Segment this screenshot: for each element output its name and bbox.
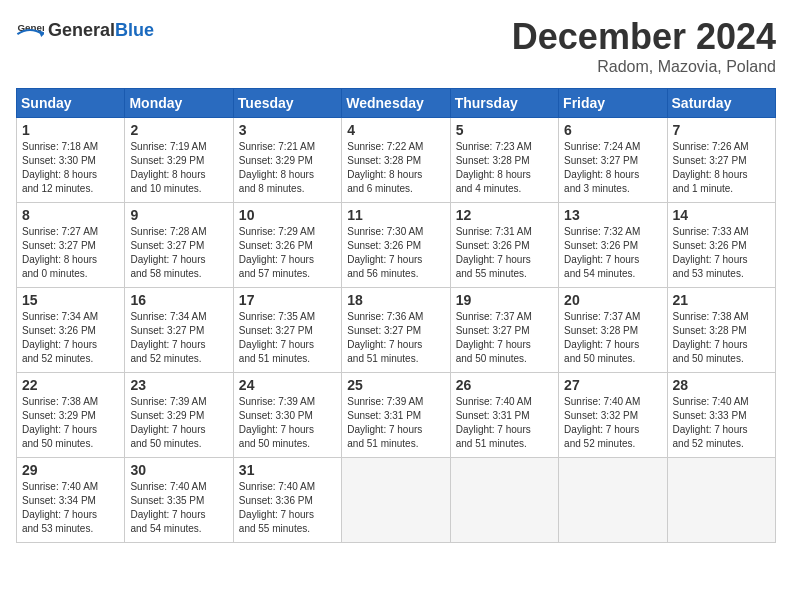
calendar-cell: 10Sunrise: 7:29 AM Sunset: 3:26 PM Dayli… xyxy=(233,203,341,288)
day-number: 16 xyxy=(130,292,227,308)
calendar-cell: 4Sunrise: 7:22 AM Sunset: 3:28 PM Daylig… xyxy=(342,118,450,203)
calendar-cell xyxy=(667,458,775,543)
calendar-cell: 24Sunrise: 7:39 AM Sunset: 3:30 PM Dayli… xyxy=(233,373,341,458)
calendar-cell: 6Sunrise: 7:24 AM Sunset: 3:27 PM Daylig… xyxy=(559,118,667,203)
calendar-cell: 23Sunrise: 7:39 AM Sunset: 3:29 PM Dayli… xyxy=(125,373,233,458)
logo-blue-text: Blue xyxy=(115,20,154,41)
day-number: 27 xyxy=(564,377,661,393)
column-header-sunday: Sunday xyxy=(17,89,125,118)
calendar-cell: 13Sunrise: 7:32 AM Sunset: 3:26 PM Dayli… xyxy=(559,203,667,288)
calendar-cell: 5Sunrise: 7:23 AM Sunset: 3:28 PM Daylig… xyxy=(450,118,558,203)
cell-content: Sunrise: 7:21 AM Sunset: 3:29 PM Dayligh… xyxy=(239,140,336,196)
day-number: 20 xyxy=(564,292,661,308)
cell-content: Sunrise: 7:40 AM Sunset: 3:33 PM Dayligh… xyxy=(673,395,770,451)
cell-content: Sunrise: 7:28 AM Sunset: 3:27 PM Dayligh… xyxy=(130,225,227,281)
calendar-cell: 7Sunrise: 7:26 AM Sunset: 3:27 PM Daylig… xyxy=(667,118,775,203)
cell-content: Sunrise: 7:40 AM Sunset: 3:32 PM Dayligh… xyxy=(564,395,661,451)
cell-content: Sunrise: 7:40 AM Sunset: 3:36 PM Dayligh… xyxy=(239,480,336,536)
column-header-wednesday: Wednesday xyxy=(342,89,450,118)
calendar-table: SundayMondayTuesdayWednesdayThursdayFrid… xyxy=(16,88,776,543)
day-number: 13 xyxy=(564,207,661,223)
day-number: 19 xyxy=(456,292,553,308)
calendar-week-1: 1Sunrise: 7:18 AM Sunset: 3:30 PM Daylig… xyxy=(17,118,776,203)
calendar-cell: 14Sunrise: 7:33 AM Sunset: 3:26 PM Dayli… xyxy=(667,203,775,288)
day-number: 4 xyxy=(347,122,444,138)
day-number: 18 xyxy=(347,292,444,308)
calendar-cell: 9Sunrise: 7:28 AM Sunset: 3:27 PM Daylig… xyxy=(125,203,233,288)
calendar-header-row: SundayMondayTuesdayWednesdayThursdayFrid… xyxy=(17,89,776,118)
cell-content: Sunrise: 7:40 AM Sunset: 3:31 PM Dayligh… xyxy=(456,395,553,451)
title-area: December 2024 Radom, Mazovia, Poland xyxy=(512,16,776,76)
cell-content: Sunrise: 7:40 AM Sunset: 3:34 PM Dayligh… xyxy=(22,480,119,536)
day-number: 2 xyxy=(130,122,227,138)
day-number: 24 xyxy=(239,377,336,393)
calendar-week-3: 15Sunrise: 7:34 AM Sunset: 3:26 PM Dayli… xyxy=(17,288,776,373)
day-number: 14 xyxy=(673,207,770,223)
calendar-cell xyxy=(450,458,558,543)
cell-content: Sunrise: 7:31 AM Sunset: 3:26 PM Dayligh… xyxy=(456,225,553,281)
day-number: 28 xyxy=(673,377,770,393)
calendar-cell: 22Sunrise: 7:38 AM Sunset: 3:29 PM Dayli… xyxy=(17,373,125,458)
cell-content: Sunrise: 7:33 AM Sunset: 3:26 PM Dayligh… xyxy=(673,225,770,281)
cell-content: Sunrise: 7:24 AM Sunset: 3:27 PM Dayligh… xyxy=(564,140,661,196)
calendar-week-2: 8Sunrise: 7:27 AM Sunset: 3:27 PM Daylig… xyxy=(17,203,776,288)
day-number: 21 xyxy=(673,292,770,308)
calendar-cell: 18Sunrise: 7:36 AM Sunset: 3:27 PM Dayli… xyxy=(342,288,450,373)
calendar-cell: 27Sunrise: 7:40 AM Sunset: 3:32 PM Dayli… xyxy=(559,373,667,458)
day-number: 7 xyxy=(673,122,770,138)
cell-content: Sunrise: 7:36 AM Sunset: 3:27 PM Dayligh… xyxy=(347,310,444,366)
day-number: 22 xyxy=(22,377,119,393)
day-number: 29 xyxy=(22,462,119,478)
calendar-cell: 11Sunrise: 7:30 AM Sunset: 3:26 PM Dayli… xyxy=(342,203,450,288)
header: General GeneralBlue December 2024 Radom,… xyxy=(16,16,776,76)
day-number: 23 xyxy=(130,377,227,393)
calendar-cell: 16Sunrise: 7:34 AM Sunset: 3:27 PM Dayli… xyxy=(125,288,233,373)
calendar-cell: 3Sunrise: 7:21 AM Sunset: 3:29 PM Daylig… xyxy=(233,118,341,203)
cell-content: Sunrise: 7:23 AM Sunset: 3:28 PM Dayligh… xyxy=(456,140,553,196)
cell-content: Sunrise: 7:29 AM Sunset: 3:26 PM Dayligh… xyxy=(239,225,336,281)
calendar-cell: 31Sunrise: 7:40 AM Sunset: 3:36 PM Dayli… xyxy=(233,458,341,543)
cell-content: Sunrise: 7:32 AM Sunset: 3:26 PM Dayligh… xyxy=(564,225,661,281)
day-number: 11 xyxy=(347,207,444,223)
calendar-week-5: 29Sunrise: 7:40 AM Sunset: 3:34 PM Dayli… xyxy=(17,458,776,543)
day-number: 31 xyxy=(239,462,336,478)
cell-content: Sunrise: 7:35 AM Sunset: 3:27 PM Dayligh… xyxy=(239,310,336,366)
cell-content: Sunrise: 7:38 AM Sunset: 3:29 PM Dayligh… xyxy=(22,395,119,451)
logo-icon: General xyxy=(16,16,44,44)
cell-content: Sunrise: 7:39 AM Sunset: 3:31 PM Dayligh… xyxy=(347,395,444,451)
calendar-cell: 29Sunrise: 7:40 AM Sunset: 3:34 PM Dayli… xyxy=(17,458,125,543)
logo-general-text: General xyxy=(48,20,115,41)
day-number: 30 xyxy=(130,462,227,478)
cell-content: Sunrise: 7:19 AM Sunset: 3:29 PM Dayligh… xyxy=(130,140,227,196)
month-title: December 2024 xyxy=(512,16,776,58)
cell-content: Sunrise: 7:30 AM Sunset: 3:26 PM Dayligh… xyxy=(347,225,444,281)
day-number: 8 xyxy=(22,207,119,223)
day-number: 3 xyxy=(239,122,336,138)
calendar-week-4: 22Sunrise: 7:38 AM Sunset: 3:29 PM Dayli… xyxy=(17,373,776,458)
day-number: 15 xyxy=(22,292,119,308)
location-title: Radom, Mazovia, Poland xyxy=(512,58,776,76)
calendar-cell: 12Sunrise: 7:31 AM Sunset: 3:26 PM Dayli… xyxy=(450,203,558,288)
column-header-monday: Monday xyxy=(125,89,233,118)
day-number: 12 xyxy=(456,207,553,223)
calendar-cell: 20Sunrise: 7:37 AM Sunset: 3:28 PM Dayli… xyxy=(559,288,667,373)
calendar-cell: 21Sunrise: 7:38 AM Sunset: 3:28 PM Dayli… xyxy=(667,288,775,373)
cell-content: Sunrise: 7:34 AM Sunset: 3:26 PM Dayligh… xyxy=(22,310,119,366)
calendar-cell xyxy=(559,458,667,543)
calendar-cell: 19Sunrise: 7:37 AM Sunset: 3:27 PM Dayli… xyxy=(450,288,558,373)
calendar-cell: 28Sunrise: 7:40 AM Sunset: 3:33 PM Dayli… xyxy=(667,373,775,458)
calendar-cell: 8Sunrise: 7:27 AM Sunset: 3:27 PM Daylig… xyxy=(17,203,125,288)
cell-content: Sunrise: 7:40 AM Sunset: 3:35 PM Dayligh… xyxy=(130,480,227,536)
cell-content: Sunrise: 7:37 AM Sunset: 3:27 PM Dayligh… xyxy=(456,310,553,366)
column-header-friday: Friday xyxy=(559,89,667,118)
cell-content: Sunrise: 7:38 AM Sunset: 3:28 PM Dayligh… xyxy=(673,310,770,366)
column-header-saturday: Saturday xyxy=(667,89,775,118)
day-number: 26 xyxy=(456,377,553,393)
cell-content: Sunrise: 7:39 AM Sunset: 3:29 PM Dayligh… xyxy=(130,395,227,451)
day-number: 6 xyxy=(564,122,661,138)
calendar-cell: 17Sunrise: 7:35 AM Sunset: 3:27 PM Dayli… xyxy=(233,288,341,373)
cell-content: Sunrise: 7:26 AM Sunset: 3:27 PM Dayligh… xyxy=(673,140,770,196)
calendar-cell: 30Sunrise: 7:40 AM Sunset: 3:35 PM Dayli… xyxy=(125,458,233,543)
calendar-cell: 25Sunrise: 7:39 AM Sunset: 3:31 PM Dayli… xyxy=(342,373,450,458)
day-number: 10 xyxy=(239,207,336,223)
